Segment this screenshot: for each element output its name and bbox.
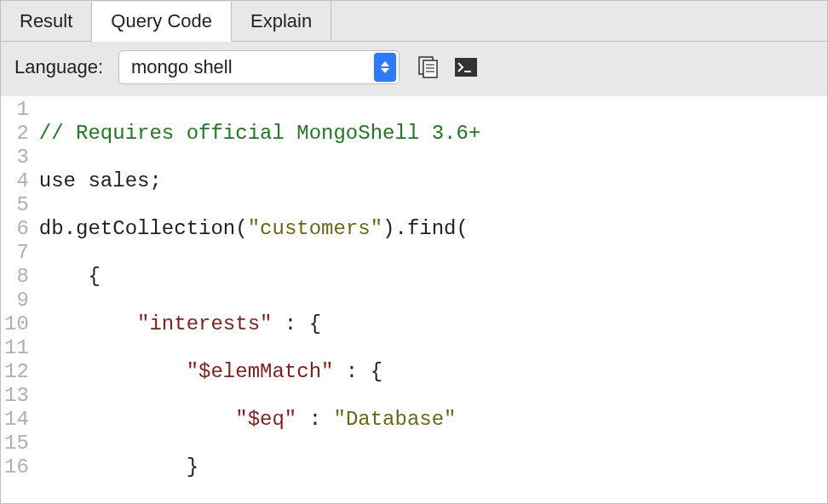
code-token: "customers" [248,217,382,240]
line-number: 13 [4,384,29,408]
line-number: 10 [4,312,29,336]
line-gutter: 1 2 3 4 5 6 7 8 9 10 11 12 13 14 15 16 [1,96,34,503]
code-token: "interests" [137,312,272,335]
copy-button[interactable] [415,55,442,79]
tab-query-code-label: Query Code [111,10,212,32]
code-token: } [39,455,198,478]
app-window: Result Query Code Explain Language: mong… [0,0,828,504]
code-token: // Requires official MongoShell 3.6+ [39,122,480,145]
language-select-value: mongo shell [131,56,374,78]
language-select[interactable]: mongo shell [118,50,400,84]
svg-rect-5 [455,58,477,77]
line-number: 5 [4,193,29,217]
line-number: 15 [4,432,29,455]
code-body: // Requires official MongoShell 3.6+ use… [34,96,480,503]
code-token: "$eq" [235,408,296,431]
code-token: db [39,217,64,240]
code-editor[interactable]: 1 2 3 4 5 6 7 8 9 10 11 12 13 14 15 16 /… [1,96,827,503]
code-token: .getCollection( [64,217,248,240]
line-number: 16 [4,455,29,479]
code-token: "Database" [333,408,456,431]
line-number: 8 [4,265,29,289]
code-token: "$elemMatch" [187,360,334,383]
svg-rect-1 [423,60,437,77]
line-number: 1 [4,98,29,122]
line-number: 9 [4,289,29,312]
open-in-shell-button[interactable] [452,55,480,79]
line-number: 4 [4,169,29,193]
toolbar-icons [415,55,480,79]
line-number: 7 [4,241,29,265]
line-number: 6 [4,217,29,241]
code-token [39,312,137,335]
tab-result-label: Result [20,10,72,32]
toolbar: Language: mongo shell [1,42,827,96]
line-number: 12 [4,360,29,384]
code-token: sales [88,169,149,192]
select-arrows-icon [374,53,396,82]
tab-result[interactable]: Result [1,1,92,41]
code-token [39,408,235,431]
code-token: : { [333,360,382,383]
code-token: : { [272,312,321,335]
language-label: Language: [14,56,103,78]
terminal-icon [454,56,478,78]
tab-explain-label: Explain [250,10,312,32]
tab-bar: Result Query Code Explain [1,1,827,42]
tab-explain[interactable]: Explain [232,1,331,41]
line-number: 14 [4,408,29,432]
code-token: use [39,169,89,192]
code-token: : [296,408,333,431]
code-token: ; [149,169,161,192]
tab-query-code[interactable]: Query Code [92,2,232,42]
line-number: 2 [4,122,29,146]
code-token: { [39,265,101,288]
line-number: 3 [4,146,29,169]
line-number: 11 [4,336,29,360]
code-token [39,360,187,383]
copy-icon [417,56,440,78]
code-token: ).find( [382,217,469,240]
